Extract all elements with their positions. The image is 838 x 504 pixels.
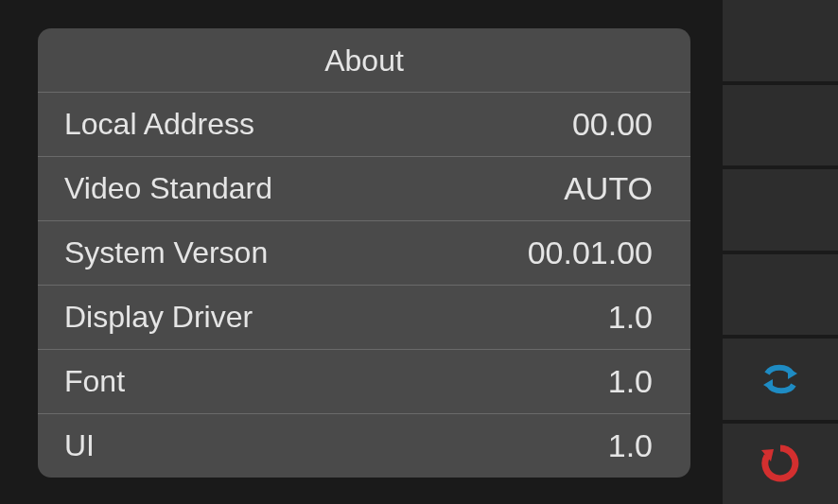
- info-value: 00.00: [572, 106, 653, 143]
- info-value: 00.01.00: [528, 235, 653, 271]
- side-button-2[interactable]: [723, 85, 838, 166]
- sidebar: [723, 0, 838, 504]
- about-panel: About Local Address 00.00 Video Standard…: [38, 28, 690, 478]
- side-button-1[interactable]: [723, 0, 838, 81]
- panel-title: About: [38, 43, 690, 78]
- info-value: 1.0: [608, 299, 653, 336]
- info-value: 1.0: [608, 363, 653, 400]
- info-row-font: Font 1.0: [38, 350, 690, 414]
- info-label: Font: [64, 364, 125, 399]
- info-row-ui: UI 1.0: [38, 414, 690, 478]
- reset-icon: [758, 441, 803, 486]
- info-label: System Verson: [64, 235, 268, 270]
- info-row-display-driver: Display Driver 1.0: [38, 286, 690, 350]
- reset-button[interactable]: [723, 424, 838, 505]
- panel-header: About: [38, 28, 690, 93]
- info-row-system-version: System Verson 00.01.00: [38, 221, 690, 286]
- main-content: About Local Address 00.00 Video Standard…: [0, 0, 723, 504]
- info-label: Display Driver: [64, 300, 253, 335]
- info-value: 1.0: [608, 427, 653, 464]
- refresh-icon: [758, 360, 803, 398]
- info-label: UI: [64, 428, 95, 463]
- side-button-4[interactable]: [723, 254, 838, 336]
- info-label: Local Address: [64, 107, 254, 142]
- side-button-3[interactable]: [723, 169, 838, 251]
- info-value: AUTO: [564, 170, 653, 207]
- refresh-button[interactable]: [723, 339, 838, 420]
- info-label: Video Standard: [64, 171, 272, 206]
- info-row-local-address: Local Address 00.00: [38, 93, 690, 157]
- info-row-video-standard: Video Standard AUTO: [38, 157, 690, 221]
